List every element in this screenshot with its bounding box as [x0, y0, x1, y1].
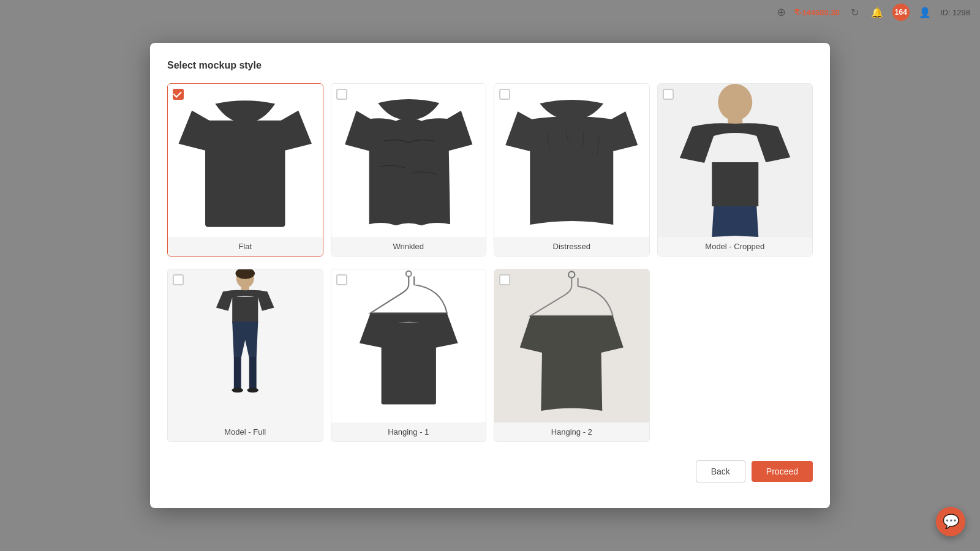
chat-icon: 💬 [943, 514, 959, 530]
mockup-card-model-full[interactable]: Model - Full [167, 269, 323, 442]
svg-point-18 [568, 271, 575, 277]
mockup-card-distressed[interactable]: Distressed [494, 83, 650, 257]
image-model-full [168, 269, 323, 422]
modal-overlay: Select mockup style [0, 0, 980, 551]
checkbox-wrinkled[interactable] [336, 89, 347, 100]
image-hanging-1 [331, 269, 486, 422]
balance-display: ₹-144580.30 [794, 8, 840, 17]
checkbox-box-model-cropped [663, 89, 674, 100]
proceed-button[interactable]: Proceed [752, 461, 813, 482]
checkbox-box-wrinkled [336, 89, 347, 100]
mockup-card-model-cropped[interactable]: Model - Cropped [657, 83, 813, 257]
svg-point-5 [718, 84, 752, 121]
mockup-card-hanging-2[interactable]: Hanging - 2 [494, 269, 650, 442]
svg-rect-0 [205, 121, 285, 227]
checkbox-model-cropped[interactable] [663, 89, 674, 100]
label-wrinkled: Wrinkled [331, 237, 486, 256]
bell-icon[interactable]: 🔔 [870, 6, 884, 19]
modal-footer: Back Proceed [167, 454, 813, 482]
checkbox-box-hanging-2 [499, 274, 510, 285]
image-hanging-2 [494, 269, 649, 422]
user-id: ID: 1298 [940, 8, 970, 17]
svg-rect-10 [232, 297, 258, 323]
checkbox-hanging-2[interactable] [499, 274, 510, 285]
checkbox-box-flat [173, 89, 184, 100]
mockup-grid-row1: Flat [167, 83, 813, 257]
checkbox-model-full[interactable] [173, 274, 184, 285]
mockup-card-hanging-1[interactable]: Hanging - 1 [331, 269, 487, 442]
mockup-grid-row2: Model - Full Hanging - [167, 269, 813, 442]
checkbox-hanging-1[interactable] [336, 274, 347, 285]
label-hanging-1: Hanging - 1 [331, 422, 486, 441]
checkbox-distressed[interactable] [499, 89, 510, 100]
label-hanging-2: Hanging - 2 [494, 422, 649, 441]
avatar[interactable]: 164 [892, 4, 910, 21]
label-distressed: Distressed [494, 237, 649, 256]
svg-rect-17 [381, 323, 435, 405]
checkbox-box-hanging-1 [336, 274, 347, 285]
mockup-card-flat[interactable]: Flat [167, 83, 323, 257]
add-balance-icon[interactable]: ⊕ [777, 6, 786, 19]
checkbox-flat[interactable] [173, 89, 184, 100]
modal-title: Select mockup style [167, 60, 813, 71]
empty-cell [657, 269, 813, 442]
image-model-cropped [658, 84, 813, 237]
image-wrinkled [331, 84, 486, 237]
checkbox-box-model-full [173, 274, 184, 285]
label-model-full: Model - Full [168, 422, 323, 441]
svg-point-14 [247, 388, 258, 392]
user-icon[interactable]: 👤 [918, 6, 932, 19]
image-distressed [494, 84, 649, 237]
svg-rect-11 [234, 357, 241, 389]
label-model-cropped: Model - Cropped [658, 237, 813, 256]
refresh-icon[interactable]: ↻ [848, 6, 862, 19]
back-button[interactable]: Back [696, 460, 745, 482]
svg-point-16 [405, 271, 411, 277]
select-mockup-modal: Select mockup style [150, 43, 830, 508]
mockup-card-wrinkled[interactable]: Wrinkled [331, 83, 487, 257]
image-flat [168, 84, 323, 237]
chat-button[interactable]: 💬 [936, 507, 965, 536]
svg-rect-7 [712, 162, 758, 206]
checkbox-box-distressed [499, 89, 510, 100]
topbar: ⊕ ₹-144580.30 ↻ 🔔 164 👤 ID: 1298 [767, 0, 980, 24]
svg-rect-12 [249, 357, 257, 389]
label-flat: Flat [168, 237, 323, 256]
svg-point-13 [232, 388, 243, 392]
